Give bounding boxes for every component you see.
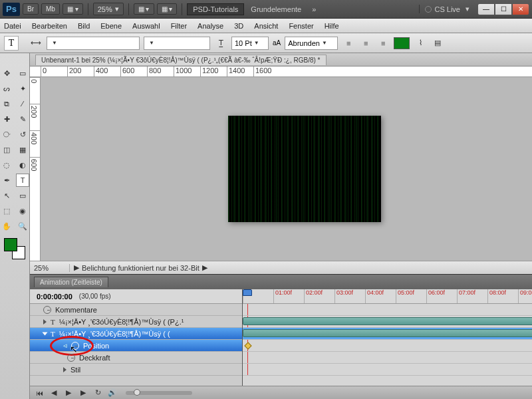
disclosure-triangle-icon[interactable] bbox=[63, 367, 66, 372]
workspace-grundelemente[interactable]: Grundelemente bbox=[247, 5, 305, 13]
zoom-slider[interactable] bbox=[126, 391, 192, 395]
play-icon[interactable]: ▶ bbox=[63, 388, 74, 398]
canvas[interactable] bbox=[41, 77, 532, 261]
menu-bearbeiten[interactable]: Bearbeiten bbox=[32, 22, 67, 30]
align-center-icon[interactable]: ≡ bbox=[359, 37, 372, 50]
track-position[interactable] bbox=[243, 340, 532, 352]
track-opacity[interactable] bbox=[243, 352, 532, 364]
menu-3d[interactable]: 3D bbox=[234, 22, 243, 30]
workspace-chevron-icon[interactable]: » bbox=[308, 5, 320, 13]
next-frame-icon[interactable]: ▶ bbox=[78, 388, 88, 398]
text-orientation-icon[interactable]: ⟷ bbox=[29, 37, 43, 50]
history-brush-icon[interactable]: ↺ bbox=[16, 128, 29, 141]
cslive-button[interactable]: CS Live▾ bbox=[419, 5, 475, 13]
row-opacity[interactable]: Deckkraft bbox=[30, 352, 242, 364]
hand-tool-icon[interactable]: ✋ bbox=[0, 219, 13, 233]
zoom-level-dropdown[interactable]: 25%▾ bbox=[93, 3, 124, 15]
disclosure-triangle-icon[interactable] bbox=[43, 319, 47, 325]
close-button[interactable]: ✕ bbox=[512, 3, 529, 15]
document-tab[interactable]: Unbenannt-1 bei 25% (¼¡×¦Ã•Y €3ôÚ€yÈ8¦!Å… bbox=[35, 55, 327, 65]
maximize-button[interactable]: ☐ bbox=[495, 3, 512, 15]
panel-header[interactable]: Animation (Zeitleiste) bbox=[30, 275, 532, 289]
font-family-dropdown[interactable]: ▼ bbox=[47, 37, 140, 50]
stopwatch-icon[interactable] bbox=[43, 306, 51, 314]
antialias-dropdown[interactable]: Abrunden▼ bbox=[285, 37, 338, 50]
menu-analyse[interactable]: Analyse bbox=[198, 22, 223, 30]
stamp-tool-icon[interactable]: ⧂ bbox=[0, 128, 13, 141]
menu-filter[interactable]: Filter bbox=[171, 22, 187, 30]
text-color-swatch[interactable] bbox=[394, 37, 410, 49]
row-comments[interactable]: Kommentare bbox=[30, 304, 242, 316]
move-tool-icon[interactable]: ✥ bbox=[0, 66, 13, 80]
ruler-horizontal[interactable]: 02004006008001000120014001600 bbox=[30, 66, 532, 77]
track-layer-b[interactable] bbox=[243, 328, 532, 340]
arrange-button[interactable]: ▦ ▾ bbox=[134, 3, 154, 15]
playhead[interactable] bbox=[243, 289, 252, 303]
timeline-tracks[interactable]: 01:00f 02:00f 03:00f 04:00f 05:00f 06:00… bbox=[243, 289, 532, 386]
audio-icon[interactable]: 🔊 bbox=[107, 388, 118, 398]
track-layer-a[interactable] bbox=[243, 316, 532, 328]
loop-icon[interactable]: ↻ bbox=[92, 388, 103, 398]
stopwatch-icon[interactable] bbox=[67, 354, 75, 362]
menu-auswahl[interactable]: Auswahl bbox=[132, 22, 160, 30]
shape-tool-icon[interactable]: ▭ bbox=[16, 189, 29, 202]
disclosure-triangle-open-icon[interactable] bbox=[43, 332, 48, 335]
blur-tool-icon[interactable]: ◌ bbox=[0, 158, 13, 172]
screenmode-button[interactable]: ▦ ▾ bbox=[63, 3, 83, 15]
brush-tool-icon[interactable]: ✎ bbox=[16, 112, 29, 126]
pen-tool-icon[interactable]: ✒ bbox=[0, 174, 13, 187]
3dcamera-tool-icon[interactable]: ◉ bbox=[16, 204, 29, 217]
keyframe-diamond-icon[interactable] bbox=[244, 342, 251, 349]
wand-tool-icon[interactable]: ✦ bbox=[16, 82, 29, 95]
font-size-dropdown[interactable]: 10 Pt▼ bbox=[231, 37, 269, 50]
menu-datei[interactable]: Datei bbox=[4, 22, 21, 30]
foreground-color[interactable] bbox=[4, 238, 17, 251]
lasso-tool-icon[interactable]: ᔕ bbox=[0, 82, 13, 95]
extras-button[interactable]: ▦ ▾ bbox=[157, 3, 178, 15]
track-comments[interactable] bbox=[243, 304, 532, 316]
path-select-icon[interactable]: ↖ bbox=[0, 189, 13, 202]
status-zoom[interactable]: 25% bbox=[30, 264, 70, 272]
type-tool-icon[interactable]: T bbox=[16, 174, 29, 187]
row-style[interactable]: Stil bbox=[30, 364, 242, 376]
eraser-tool-icon[interactable]: ◫ bbox=[0, 143, 13, 156]
workspace-psdtutorials[interactable]: PSD-Tutorials bbox=[187, 3, 244, 15]
zoom-tool-icon[interactable]: 🔍 bbox=[16, 219, 29, 233]
warp-text-icon[interactable]: ⌇ bbox=[414, 37, 427, 50]
menubar: Datei Bearbeiten Bild Ebene Auswahl Filt… bbox=[0, 19, 532, 33]
align-right-icon[interactable]: ≡ bbox=[376, 37, 390, 50]
eyedropper-tool-icon[interactable]: ⁄ bbox=[16, 97, 29, 110]
gradient-tool-icon[interactable]: ▦ bbox=[16, 143, 29, 156]
row-layer-a[interactable]: T ¼¡×¦Ä•Y ¸'€3óÚ€yÈ8¦!¶Å)™Ùsÿ ( (P¿.¹ bbox=[30, 316, 242, 328]
time-ruler[interactable]: 01:00f 02:00f 03:00f 04:00f 05:00f 06:00… bbox=[243, 289, 532, 304]
crop-tool-icon[interactable]: ⧉ bbox=[0, 97, 13, 110]
panel-tab-animation[interactable]: Animation (Zeitleiste) bbox=[34, 277, 108, 287]
current-time[interactable]: 0:00:00:00 (30,00 fps) bbox=[30, 289, 242, 304]
row-layer-b-selected[interactable]: T ¼¡×¦Ä•Y ¸'€3óÚ€yÈ8¦!¶Å)™Ùsÿ ( ( bbox=[30, 328, 242, 340]
marquee-tool-icon[interactable]: ▭ bbox=[16, 66, 29, 80]
ruler-vertical[interactable]: 0200400600 bbox=[30, 77, 41, 261]
artwork-matrix bbox=[228, 116, 381, 222]
dodge-tool-icon[interactable]: ◐ bbox=[16, 158, 29, 172]
bridge-button[interactable]: Br bbox=[23, 3, 39, 15]
align-left-icon[interactable]: ≡ bbox=[342, 37, 355, 50]
heal-tool-icon[interactable]: ✚ bbox=[0, 112, 13, 126]
rewind-icon[interactable]: ⏮ bbox=[34, 388, 45, 398]
menu-ansicht[interactable]: Ansicht bbox=[254, 22, 278, 30]
character-panel-icon[interactable]: ▤ bbox=[431, 37, 444, 50]
menu-hilfe[interactable]: Hilfe bbox=[325, 22, 339, 30]
options-bar: T ⟷ ▼ ▼ T̲ 10 Pt▼ aA Abrunden▼ ≡ ≡ ≡ ⌇ ▤ bbox=[0, 33, 532, 53]
track-style[interactable] bbox=[243, 364, 532, 376]
minimize-button[interactable]: — bbox=[477, 3, 495, 15]
active-tool-icon[interactable]: T bbox=[4, 36, 19, 51]
minibridge-button[interactable]: Mb bbox=[41, 3, 60, 15]
menu-ebene[interactable]: Ebene bbox=[100, 22, 122, 30]
menu-bild[interactable]: Bild bbox=[78, 22, 90, 30]
color-swatch[interactable] bbox=[4, 238, 25, 259]
stopwatch-icon[interactable] bbox=[71, 342, 79, 350]
menu-fenster[interactable]: Fenster bbox=[289, 22, 313, 30]
row-position[interactable]: ◃ Position ↖ bbox=[30, 340, 242, 352]
font-style-dropdown[interactable]: ▼ bbox=[144, 37, 210, 50]
prev-frame-icon[interactable]: ◀ bbox=[49, 388, 59, 398]
3d-tool-icon[interactable]: ⬚ bbox=[0, 204, 13, 217]
